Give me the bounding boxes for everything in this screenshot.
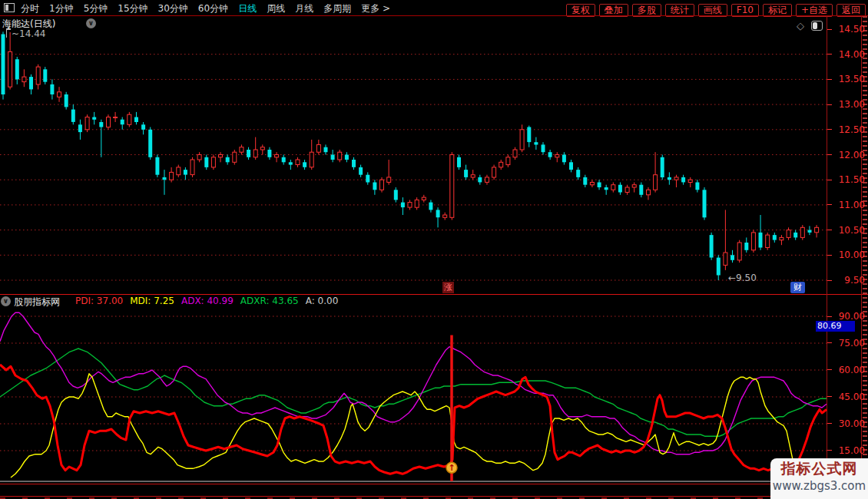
period-item-9[interactable]: 多周期: [323, 2, 351, 16]
period-item-5[interactable]: 60分钟: [198, 2, 228, 16]
window-toggle-icon[interactable]: [4, 3, 15, 12]
high-price-annotation: ~14.44: [6, 28, 45, 39]
panel-layout-icon[interactable]: [811, 21, 823, 31]
date-axis-bottom-line: [0, 496, 861, 497]
price-axis-tick: [827, 180, 832, 180]
action-menu: 复权叠加多股统计画线F10标记+自选返回: [562, 2, 866, 17]
indicator-axis-label: 15.00: [833, 445, 865, 456]
indicator-header: ∨ 股朋指标网 PDI: 37.00MDI: 7.25ADX: 40.99ADX…: [0, 296, 826, 307]
indicator-axis-label: 90.00: [833, 311, 865, 322]
indicator-axis-tick: [827, 316, 832, 317]
price-axis-tick: [827, 104, 832, 105]
indicator-axis-tick: [827, 450, 832, 451]
indicator-axis-label: 45.00: [833, 392, 865, 402]
date-axis: 2025年 2026/01/30/五 910111213: [0, 484, 868, 496]
period-item-8[interactable]: 月线: [295, 2, 313, 16]
indicator-axis-tick: [827, 342, 832, 343]
indicator-axis-tick: [827, 396, 832, 397]
price-axis-tick: [827, 204, 832, 205]
price-axis-label: 11.50: [833, 174, 865, 185]
low-price-annotation: ←9.50: [728, 273, 757, 283]
period-item-1[interactable]: 1分钟: [49, 2, 74, 16]
price-axis-tick: [827, 54, 832, 55]
diamond-icon[interactable]: ◇: [797, 20, 804, 31]
price-axis-label: 10.00: [833, 250, 865, 260]
period-item-7[interactable]: 周线: [267, 2, 285, 16]
panel-divider[interactable]: [0, 294, 868, 295]
price-axis-label: 11.00: [833, 200, 865, 210]
indicator-values: PDI: 37.00MDI: 7.25ADX: 40.99ADXR: 43.65…: [75, 296, 345, 306]
watermark: 指标公式网 www.zbgs3.com: [770, 458, 868, 499]
price-axis-tick: [827, 255, 832, 256]
period-item-3[interactable]: 15分钟: [118, 2, 147, 16]
candlestick-chart[interactable]: [0, 16, 827, 294]
indicator-value-2: ADX: 40.99: [181, 296, 234, 306]
price-axis-label: 14.00: [833, 49, 865, 60]
indicator-name[interactable]: 股朋指标网: [14, 296, 60, 309]
price-axis-tick: [827, 29, 832, 30]
up-arrow-icon: ↑: [448, 463, 455, 473]
axis-border: [827, 16, 827, 496]
indicator-axis-label: 30.00: [833, 418, 865, 429]
period-item-6[interactable]: 日线: [238, 2, 257, 16]
watermark-title: 指标公式网: [770, 458, 868, 478]
price-axis-tick: [827, 79, 832, 80]
price-axis-label: 9.50: [833, 275, 865, 286]
adx-line: [0, 312, 827, 454]
indicator-value-1: MDI: 7.25: [130, 296, 174, 306]
top-toolbar: 分时1分钟5分钟15分钟30分钟60分钟日线周线月线多周期更多 > 复权叠加多股…: [0, 0, 868, 15]
period-item-10[interactable]: 更多 >: [361, 2, 390, 16]
indicator-value-0: PDI: 37.00: [75, 296, 123, 306]
price-axis-label: 14.50: [833, 24, 865, 35]
price-axis-label: 10.50: [833, 225, 865, 236]
price-axis-tick: [827, 230, 832, 230]
indicator-collapse-icon[interactable]: ∨: [1, 296, 11, 306]
chart-collapse-icon[interactable]: ∨: [86, 18, 96, 28]
price-axis-tick: [827, 129, 832, 130]
price-axis-label: 13.00: [833, 99, 865, 110]
period-item-0[interactable]: 分时: [21, 2, 39, 16]
period-menu: 分时1分钟5分钟15分钟30分钟60分钟日线周线月线多周期更多 >: [21, 0, 400, 16]
indicator-axis-label: 60.00: [833, 365, 865, 375]
price-axis-tick: [827, 154, 832, 155]
indicator-axis-tick: [827, 423, 832, 424]
watermark-url: www.zbgs3.com: [770, 478, 868, 494]
zhang-news-badge[interactable]: 涨: [442, 282, 454, 293]
cai-finance-badge[interactable]: 财: [790, 282, 805, 293]
period-item-2[interactable]: 5分钟: [84, 2, 108, 16]
price-axis-tick: [827, 280, 832, 281]
indicator-value-3: ADXR: 43.65: [240, 296, 299, 306]
indicator-current-value: 80.69: [816, 321, 855, 332]
indicator-axis-tick: [827, 369, 832, 370]
indicator-value-4: A: 0.00: [306, 296, 339, 306]
period-item-4[interactable]: 30分钟: [158, 2, 188, 16]
flag-icon: [6, 28, 11, 38]
price-axis-label: 13.50: [833, 74, 865, 84]
price-axis-label: 12.00: [833, 150, 865, 160]
price-axis-label: 12.50: [833, 124, 865, 135]
indicator-chart[interactable]: ↑: [0, 308, 827, 483]
pdi-line: [0, 365, 827, 474]
indicator-axis-label: 75.00: [833, 338, 865, 349]
